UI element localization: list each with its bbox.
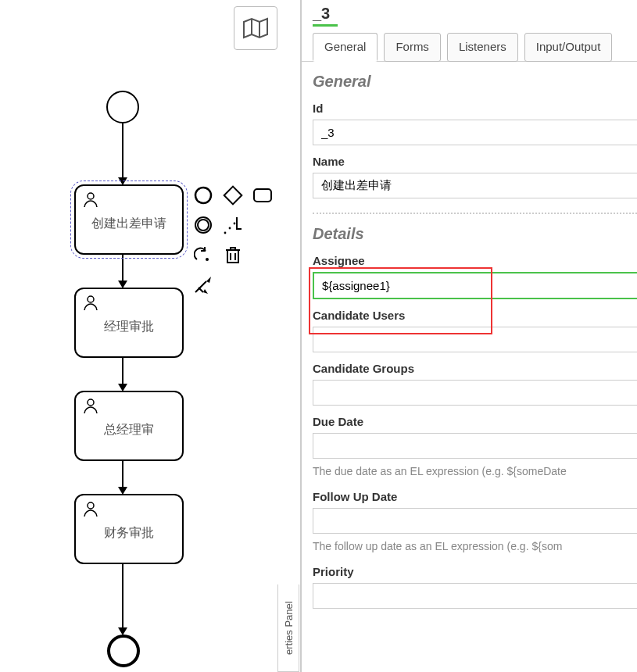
- panel-title: _3: [302, 0, 637, 23]
- due-date-input[interactable]: [313, 433, 637, 459]
- section-general-title: General: [302, 62, 637, 98]
- svg-point-4: [88, 399, 94, 406]
- task-label: 创建出差申请: [76, 216, 182, 232]
- user-task-2[interactable]: 经理审批: [74, 288, 184, 358]
- bpmn-canvas[interactable]: 创建出差申请 经理审批 总经理审 财务审批: [0, 0, 301, 672]
- sequence-flow: [122, 123, 123, 183]
- follow-up-input[interactable]: [313, 508, 637, 534]
- svg-point-12: [229, 227, 231, 230]
- properties-panel: _3 General Forms Listeners Input/Output …: [301, 0, 637, 672]
- connect-button[interactable]: [191, 272, 216, 297]
- assignee-input[interactable]: [313, 272, 637, 299]
- append-task-button[interactable]: [250, 183, 275, 208]
- user-icon: [82, 397, 99, 416]
- svg-point-2: [88, 193, 94, 199]
- due-date-help: The due date as an EL expression (e.g. $…: [302, 465, 637, 487]
- svg-point-6: [195, 188, 211, 203]
- name-input[interactable]: [313, 173, 637, 198]
- section-details-title: Details: [302, 214, 637, 251]
- tab-general[interactable]: General: [313, 33, 378, 62]
- svg-point-11: [224, 232, 227, 234]
- priority-input[interactable]: [313, 583, 637, 609]
- id-input[interactable]: [313, 120, 637, 145]
- tab-strip: General Forms Listeners Input/Output: [302, 27, 637, 62]
- delete-button[interactable]: [220, 242, 245, 267]
- user-icon: [82, 294, 99, 313]
- tab-forms[interactable]: Forms: [384, 33, 441, 62]
- append-intermediate-event-button[interactable]: [191, 213, 216, 238]
- svg-point-3: [88, 296, 94, 302]
- append-end-event-button[interactable]: [191, 183, 216, 208]
- change-type-button[interactable]: [191, 242, 216, 267]
- minimap-button[interactable]: [234, 6, 277, 50]
- priority-label: Priority: [302, 562, 637, 583]
- svg-line-21: [199, 288, 203, 292]
- svg-point-10: [198, 220, 209, 231]
- svg-point-14: [206, 258, 209, 261]
- properties-panel-toggle[interactable]: erties Panel: [277, 584, 299, 672]
- task-label: 财务审批: [76, 525, 182, 542]
- candidate-groups-input[interactable]: [313, 380, 637, 406]
- svg-point-5: [88, 502, 94, 509]
- due-date-label: Due Date: [302, 412, 637, 433]
- assignee-label: Assignee: [302, 251, 637, 272]
- follow-up-help: The follow up date as an EL expression (…: [302, 540, 637, 562]
- user-task-1[interactable]: 创建出差申请: [74, 184, 184, 255]
- append-gateway-button[interactable]: [220, 183, 245, 208]
- name-label: Name: [302, 152, 637, 173]
- svg-rect-8: [254, 189, 271, 202]
- candidate-users-label: Candidate Users: [302, 306, 637, 327]
- task-label: 经理审批: [76, 319, 182, 335]
- follow-up-label: Follow Up Date: [302, 487, 637, 508]
- candidate-groups-label: Candidate Groups: [302, 359, 637, 380]
- svg-rect-7: [224, 187, 242, 205]
- map-icon: [242, 17, 269, 39]
- append-annotation-button[interactable]: [220, 213, 245, 238]
- user-task-4[interactable]: 财务审批: [74, 494, 184, 564]
- start-event[interactable]: [106, 91, 139, 123]
- context-pad: [191, 183, 277, 302]
- user-task-3[interactable]: 总经理审: [74, 391, 184, 461]
- svg-marker-22: [203, 289, 208, 294]
- tab-listeners[interactable]: Listeners: [447, 33, 518, 62]
- svg-point-13: [234, 223, 236, 225]
- candidate-users-input[interactable]: [313, 327, 637, 352]
- user-icon: [82, 500, 99, 520]
- tab-input-output[interactable]: Input/Output: [524, 33, 613, 62]
- sequence-flow: [122, 564, 123, 633]
- end-event[interactable]: [107, 634, 140, 667]
- user-icon: [82, 191, 99, 210]
- id-label: Id: [302, 98, 637, 120]
- svg-marker-20: [206, 277, 211, 283]
- task-label: 总经理审: [76, 422, 182, 438]
- svg-rect-15: [227, 250, 238, 263]
